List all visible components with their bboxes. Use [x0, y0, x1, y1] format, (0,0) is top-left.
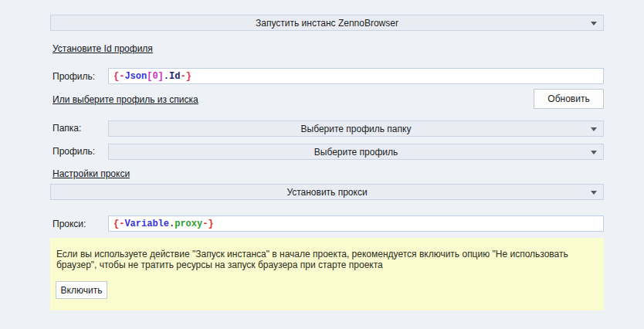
profile-id-label: Профиль: — [53, 71, 95, 82]
enable-button[interactable]: Включить — [56, 281, 107, 299]
proxy-mode-combobox-value: Установить прокси — [286, 187, 367, 198]
info-note: Если вы используете действие "Запуск инс… — [50, 238, 604, 310]
profile-id-input[interactable]: {-Json[0].Id-} — [108, 68, 604, 84]
chevron-down-icon — [591, 151, 597, 154]
proxy-settings-link[interactable]: Настройки прокси — [53, 168, 130, 179]
proxy-mode-combobox[interactable]: Установить прокси — [50, 184, 604, 200]
enable-button-label: Включить — [61, 285, 103, 296]
proxy-input[interactable]: {-Variable.proxy-} — [108, 215, 604, 232]
folder-combobox-value: Выберите профиль папку — [301, 124, 412, 134]
action-combobox[interactable]: Запустить инстанс ZennoBrowser — [50, 15, 604, 31]
folder-label: Папка: — [53, 123, 81, 134]
refresh-button[interactable]: Обновить — [534, 89, 604, 109]
folder-combobox[interactable]: Выберите профиль папку — [108, 120, 604, 137]
info-note-text: Если вы используете действие "Запуск инс… — [56, 249, 593, 270]
chevron-down-icon — [591, 22, 597, 25]
profile-select-label: Профиль: — [53, 146, 95, 157]
chevron-down-icon — [591, 127, 597, 131]
choose-profile-from-list-link[interactable]: Или выберите профиль из списка — [53, 94, 198, 105]
action-combobox-value: Запустить инстанс ZennoBrowser — [256, 18, 398, 29]
profile-combobox[interactable]: Выберите профиль — [108, 144, 604, 160]
chevron-down-icon — [591, 191, 597, 195]
profile-combobox-value: Выберите профиль — [314, 147, 398, 158]
action-settings-panel: Запустить инстанс ZennoBrowser Установит… — [0, 0, 644, 329]
set-profile-id-link[interactable]: Установите Id профиля — [53, 43, 153, 54]
refresh-button-label: Обновить — [547, 93, 589, 104]
proxy-label: Прокси: — [53, 219, 86, 229]
